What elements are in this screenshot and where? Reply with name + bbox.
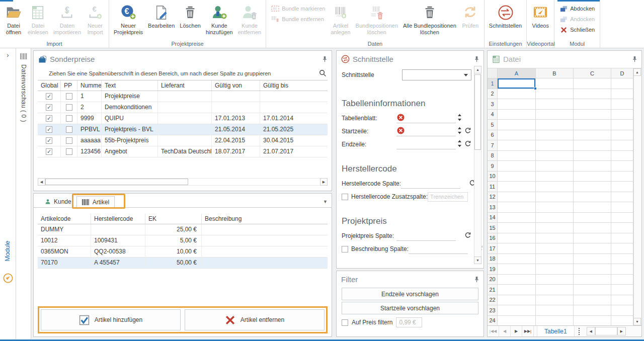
cell-d10[interactable] (611, 172, 633, 182)
cell-b10[interactable] (536, 172, 574, 182)
column-header-pp[interactable]: PP (61, 80, 77, 91)
scroll-right-icon[interactable]: ▶ (320, 178, 328, 186)
group-by-area[interactable]: Ziehen Sie eine Spaltenüberschrift in di… (34, 65, 332, 80)
cell-d17[interactable] (611, 243, 633, 254)
cell-c4[interactable] (574, 110, 611, 120)
scrollbar-track[interactable] (595, 327, 617, 335)
cell-a22[interactable] (498, 295, 536, 306)
cell-d5[interactable] (611, 120, 633, 130)
cell-a2[interactable] (498, 89, 536, 100)
scrollbar-thumb[interactable] (474, 74, 481, 150)
cell-b12[interactable] (536, 192, 574, 203)
cell-c12[interactable] (574, 192, 611, 203)
row-header-16[interactable]: 16 (488, 233, 498, 244)
cell-b19[interactable] (536, 264, 574, 275)
search-icon[interactable] (319, 69, 327, 77)
cell-b4[interactable] (536, 110, 574, 120)
cell-a20[interactable] (498, 275, 536, 285)
column-header-gültig-bis[interactable]: Gültig bis (260, 80, 328, 91)
cell-d21[interactable] (611, 285, 633, 295)
cell-d1[interactable] (611, 78, 633, 89)
first-sheet-icon[interactable]: |◀◀ (488, 326, 499, 336)
table-row[interactable]: 9999QUIPU17.01.201317.01.2014 (38, 113, 328, 124)
row-header-1[interactable]: 1 (488, 78, 498, 89)
column-header-b[interactable]: B (536, 68, 574, 78)
sidebar-tab-module[interactable]: Module (4, 235, 12, 267)
row-header-21[interactable]: 21 (488, 285, 498, 295)
previous-sheet-icon[interactable]: ◀ (499, 326, 511, 336)
cell-d12[interactable] (611, 192, 633, 203)
column-header-artikelcode[interactable]: Artikelcode (38, 214, 91, 224)
table-row[interactable]: DUMMY25,00 € (38, 224, 328, 235)
cell-a23[interactable] (498, 305, 536, 316)
cell-c24[interactable] (574, 316, 611, 326)
column-header-herstellercode[interactable]: Herstellercode (91, 214, 145, 224)
cell-d8[interactable] (611, 151, 633, 161)
row-header-22[interactable]: 22 (488, 295, 498, 306)
global-checkbox[interactable] (46, 137, 52, 144)
pp-checkbox[interactable] (66, 104, 72, 111)
row-header-23[interactable]: 23 (488, 305, 498, 316)
row-header-15[interactable]: 15 (488, 223, 498, 233)
cell-c1[interactable] (574, 78, 611, 89)
row-header-11[interactable]: 11 (488, 182, 498, 192)
cell-c10[interactable] (574, 172, 611, 182)
row-header-20[interactable]: 20 (488, 275, 498, 285)
cell-d3[interactable] (611, 99, 633, 110)
global-checkbox[interactable] (46, 115, 52, 122)
cell-b7[interactable] (536, 140, 574, 151)
cell-c18[interactable] (574, 254, 611, 265)
cell-b23[interactable] (536, 305, 574, 316)
cell-c21[interactable] (574, 285, 611, 295)
cell-d15[interactable] (611, 223, 633, 233)
cell-d24[interactable] (611, 316, 633, 326)
ribbon-button-neuer-projektpreis[interactable]: €NeuerProjektpreis (111, 2, 145, 35)
selection-fill-handle[interactable] (534, 87, 537, 90)
cell-a16[interactable] (498, 233, 536, 244)
cell-d4[interactable] (611, 110, 633, 120)
cell-b1[interactable] (536, 78, 574, 89)
cell-d11[interactable] (611, 182, 633, 192)
table-row[interactable]: 123456AngebotTechData Deutschl...18.07.2… (38, 146, 328, 157)
scroll-down-icon[interactable]: ▼ (474, 257, 481, 264)
pin-icon[interactable] (474, 276, 479, 283)
ribbon-button-löschen[interactable]: Löschen (177, 2, 203, 29)
text-input[interactable] (396, 231, 456, 241)
cell-c14[interactable] (574, 213, 611, 223)
pin-icon[interactable] (323, 56, 327, 62)
auf-preis-filtern-checkbox[interactable] (342, 319, 348, 326)
row-header-9[interactable]: 9 (488, 161, 498, 172)
field-checkbox[interactable] (342, 246, 348, 252)
cell-d22[interactable] (611, 295, 633, 306)
cell-b14[interactable] (536, 213, 574, 223)
row-header-7[interactable]: 7 (488, 140, 498, 151)
global-checkbox[interactable] (46, 93, 52, 100)
cell-b17[interactable] (536, 243, 574, 254)
text-input[interactable] (401, 179, 460, 189)
cell-c13[interactable] (574, 202, 611, 213)
cell-b13[interactable] (536, 202, 574, 213)
sidebar-tab-datenvorschau[interactable]: Datenvorschau ( 0 ) (20, 64, 27, 122)
row-header-3[interactable]: 3 (488, 99, 498, 110)
cell-a17[interactable] (498, 243, 536, 254)
column-header-ek[interactable]: EK (145, 214, 202, 224)
spinner[interactable] (457, 114, 462, 123)
cell-c11[interactable] (574, 182, 611, 192)
horizontal-scrollbar[interactable]: ◀ ▶ (38, 178, 328, 186)
cell-a11[interactable] (498, 182, 536, 192)
text-input[interactable] (409, 244, 468, 254)
row-header-4[interactable]: 4 (488, 110, 498, 120)
cell-c6[interactable] (574, 130, 611, 141)
vertical-scrollbar[interactable]: ▲ ▼ (474, 66, 481, 264)
cell-c20[interactable] (574, 275, 611, 285)
cell-c2[interactable] (574, 89, 611, 100)
global-checkbox[interactable] (46, 104, 52, 111)
cell-d13[interactable] (611, 202, 633, 213)
pp-checkbox[interactable] (66, 115, 72, 122)
column-header-d[interactable]: D (611, 68, 633, 78)
cell-d9[interactable] (611, 161, 633, 172)
column-header-c[interactable]: C (574, 68, 611, 78)
row-header-12[interactable]: 12 (488, 192, 498, 203)
refresh-icon[interactable] (464, 140, 471, 149)
table-row[interactable]: 2Demokonditionen (38, 102, 328, 113)
